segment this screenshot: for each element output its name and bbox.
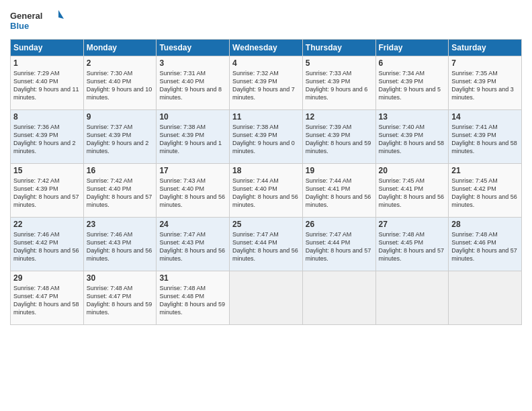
calendar-day-cell bbox=[449, 271, 522, 325]
day-info: Sunrise: 7:30 AM Sunset: 4:40 PM Dayligh… bbox=[87, 69, 154, 102]
daylight-label: Daylight: 9 hours and 3 minutes. bbox=[451, 86, 514, 101]
day-number: 27 bbox=[379, 220, 446, 229]
calendar-day-cell: 12 Sunrise: 7:39 AM Sunset: 4:39 PM Dayl… bbox=[302, 110, 375, 164]
daylight-label: Daylight: 9 hours and 7 minutes. bbox=[232, 86, 295, 101]
calendar-day-cell: 3 Sunrise: 7:31 AM Sunset: 4:40 PM Dayli… bbox=[157, 56, 230, 110]
calendar-day-cell bbox=[302, 271, 375, 325]
daylight-label: Daylight: 8 hours and 56 minutes. bbox=[306, 193, 371, 208]
calendar-day-cell: 31 Sunrise: 7:48 AM Sunset: 4:48 PM Dayl… bbox=[157, 271, 230, 325]
sunrise-label: Sunrise: 7:47 AM bbox=[306, 231, 352, 238]
day-info: Sunrise: 7:48 AM Sunset: 4:47 PM Dayligh… bbox=[13, 284, 81, 317]
day-number: 11 bbox=[232, 112, 300, 122]
day-number: 14 bbox=[451, 112, 519, 122]
sunrise-label: Sunrise: 7:34 AM bbox=[379, 70, 425, 77]
daylight-label: Daylight: 8 hours and 57 minutes. bbox=[306, 247, 371, 262]
header-row: General Blue bbox=[10, 7, 522, 34]
day-info: Sunrise: 7:45 AM Sunset: 4:42 PM Dayligh… bbox=[451, 177, 519, 210]
sunrise-label: Sunrise: 7:48 AM bbox=[87, 285, 133, 291]
day-number: 23 bbox=[87, 220, 154, 229]
day-info: Sunrise: 7:48 AM Sunset: 4:46 PM Dayligh… bbox=[451, 230, 519, 263]
daylight-label: Daylight: 8 hours and 57 minutes. bbox=[451, 247, 517, 262]
daylight-label: Daylight: 9 hours and 11 minutes. bbox=[13, 86, 79, 101]
sunrise-label: Sunrise: 7:42 AM bbox=[13, 177, 60, 184]
sunrise-label: Sunrise: 7:48 AM bbox=[159, 285, 206, 291]
sunset-label: Sunset: 4:44 PM bbox=[232, 239, 277, 246]
sunrise-label: Sunrise: 7:48 AM bbox=[451, 231, 498, 238]
day-info: Sunrise: 7:45 AM Sunset: 4:41 PM Dayligh… bbox=[379, 177, 446, 210]
calendar-day-cell: 29 Sunrise: 7:48 AM Sunset: 4:47 PM Dayl… bbox=[11, 271, 84, 325]
sunset-label: Sunset: 4:46 PM bbox=[451, 239, 496, 246]
sunset-label: Sunset: 4:47 PM bbox=[87, 293, 132, 300]
sunrise-label: Sunrise: 7:33 AM bbox=[306, 70, 352, 77]
sunrise-label: Sunrise: 7:48 AM bbox=[379, 231, 425, 238]
day-info: Sunrise: 7:35 AM Sunset: 4:39 PM Dayligh… bbox=[451, 69, 519, 102]
day-info: Sunrise: 7:44 AM Sunset: 4:41 PM Dayligh… bbox=[306, 177, 373, 210]
sunrise-label: Sunrise: 7:45 AM bbox=[451, 177, 498, 184]
sunset-label: Sunset: 4:48 PM bbox=[159, 293, 204, 300]
svg-text:General: General bbox=[10, 11, 42, 21]
day-number: 21 bbox=[451, 166, 519, 175]
calendar-day-cell: 18 Sunrise: 7:44 AM Sunset: 4:40 PM Dayl… bbox=[230, 164, 303, 218]
sunset-label: Sunset: 4:39 PM bbox=[451, 132, 496, 138]
daylight-label: Daylight: 8 hours and 57 minutes. bbox=[87, 193, 152, 208]
sunset-label: Sunset: 4:40 PM bbox=[87, 185, 132, 192]
calendar-day-cell: 10 Sunrise: 7:38 AM Sunset: 4:39 PM Dayl… bbox=[157, 110, 230, 164]
sunrise-label: Sunrise: 7:47 AM bbox=[232, 231, 279, 238]
sunset-label: Sunset: 4:40 PM bbox=[232, 185, 277, 192]
sunrise-label: Sunrise: 7:41 AM bbox=[451, 124, 498, 130]
sunrise-label: Sunrise: 7:48 AM bbox=[13, 285, 60, 291]
calendar-day-cell bbox=[375, 271, 449, 325]
sunset-label: Sunset: 4:43 PM bbox=[159, 239, 204, 246]
day-info: Sunrise: 7:40 AM Sunset: 4:39 PM Dayligh… bbox=[379, 123, 446, 156]
calendar-day-cell: 22 Sunrise: 7:46 AM Sunset: 4:42 PM Dayl… bbox=[11, 218, 84, 271]
day-number: 15 bbox=[13, 166, 81, 175]
sunrise-label: Sunrise: 7:47 AM bbox=[159, 231, 206, 238]
calendar-week-row: 1 Sunrise: 7:29 AM Sunset: 4:40 PM Dayli… bbox=[11, 56, 522, 110]
daylight-label: Daylight: 9 hours and 8 minutes. bbox=[159, 86, 222, 101]
calendar-week-row: 8 Sunrise: 7:36 AM Sunset: 4:39 PM Dayli… bbox=[11, 110, 522, 164]
calendar-week-row: 22 Sunrise: 7:46 AM Sunset: 4:42 PM Dayl… bbox=[11, 218, 522, 271]
calendar-day-cell: 17 Sunrise: 7:43 AM Sunset: 4:40 PM Dayl… bbox=[157, 164, 230, 218]
day-number: 26 bbox=[306, 220, 373, 229]
calendar-day-cell: 14 Sunrise: 7:41 AM Sunset: 4:39 PM Dayl… bbox=[449, 110, 522, 164]
calendar-header-cell: Monday bbox=[83, 40, 157, 56]
day-info: Sunrise: 7:33 AM Sunset: 4:39 PM Dayligh… bbox=[306, 69, 373, 102]
day-info: Sunrise: 7:47 AM Sunset: 4:43 PM Dayligh… bbox=[159, 230, 226, 263]
sunrise-label: Sunrise: 7:38 AM bbox=[232, 124, 279, 130]
calendar-day-cell: 30 Sunrise: 7:48 AM Sunset: 4:47 PM Dayl… bbox=[83, 271, 157, 325]
day-info: Sunrise: 7:37 AM Sunset: 4:39 PM Dayligh… bbox=[87, 123, 154, 156]
sunrise-label: Sunrise: 7:32 AM bbox=[232, 70, 279, 77]
day-number: 19 bbox=[306, 166, 373, 175]
calendar-day-cell: 21 Sunrise: 7:45 AM Sunset: 4:42 PM Dayl… bbox=[449, 164, 522, 218]
daylight-label: Daylight: 9 hours and 5 minutes. bbox=[379, 86, 441, 101]
calendar-day-cell: 16 Sunrise: 7:42 AM Sunset: 4:40 PM Dayl… bbox=[83, 164, 157, 218]
day-number: 16 bbox=[87, 166, 154, 175]
calendar-header-cell: Wednesday bbox=[230, 40, 303, 56]
calendar-day-cell: 5 Sunrise: 7:33 AM Sunset: 4:39 PM Dayli… bbox=[302, 56, 375, 110]
sunrise-label: Sunrise: 7:30 AM bbox=[87, 70, 133, 77]
sunset-label: Sunset: 4:39 PM bbox=[13, 185, 58, 192]
sunset-label: Sunset: 4:42 PM bbox=[451, 185, 496, 192]
day-number: 1 bbox=[13, 58, 81, 68]
day-info: Sunrise: 7:38 AM Sunset: 4:39 PM Dayligh… bbox=[232, 123, 300, 156]
sunrise-label: Sunrise: 7:44 AM bbox=[232, 177, 279, 184]
sunrise-label: Sunrise: 7:38 AM bbox=[159, 124, 206, 130]
sunset-label: Sunset: 4:42 PM bbox=[13, 239, 58, 246]
sunset-label: Sunset: 4:39 PM bbox=[379, 132, 424, 138]
logo-svg: General Blue bbox=[10, 7, 64, 34]
sunrise-label: Sunrise: 7:40 AM bbox=[379, 124, 425, 130]
day-number: 13 bbox=[379, 112, 446, 122]
daylight-label: Daylight: 8 hours and 56 minutes. bbox=[451, 193, 517, 208]
day-info: Sunrise: 7:29 AM Sunset: 4:40 PM Dayligh… bbox=[13, 69, 81, 102]
daylight-label: Daylight: 8 hours and 57 minutes. bbox=[379, 247, 445, 262]
day-info: Sunrise: 7:44 AM Sunset: 4:40 PM Dayligh… bbox=[232, 177, 300, 210]
daylight-label: Daylight: 9 hours and 2 minutes. bbox=[87, 140, 149, 154]
calendar-day-cell: 27 Sunrise: 7:48 AM Sunset: 4:45 PM Dayl… bbox=[375, 218, 449, 271]
sunrise-label: Sunrise: 7:35 AM bbox=[451, 70, 498, 77]
day-info: Sunrise: 7:31 AM Sunset: 4:40 PM Dayligh… bbox=[159, 69, 226, 102]
day-number: 7 bbox=[451, 58, 519, 68]
calendar-day-cell: 7 Sunrise: 7:35 AM Sunset: 4:39 PM Dayli… bbox=[449, 56, 522, 110]
sunset-label: Sunset: 4:39 PM bbox=[451, 78, 496, 85]
calendar-header-cell: Sunday bbox=[11, 40, 84, 56]
sunset-label: Sunset: 4:39 PM bbox=[232, 132, 277, 138]
